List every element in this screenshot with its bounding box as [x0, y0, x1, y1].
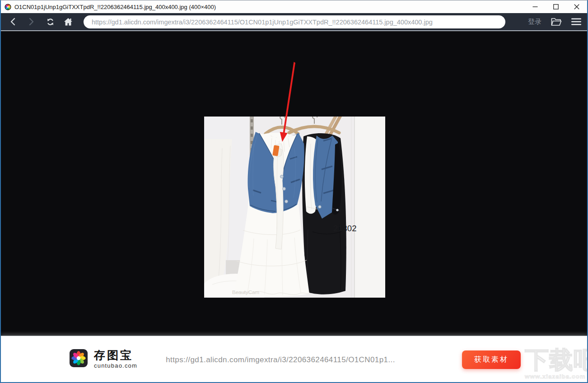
close-button[interactable] — [566, 0, 587, 13]
brand-logo-icon — [70, 349, 88, 369]
navigation-bar: https://gd1.alicdn.com/imgextra/i3/22063… — [1, 13, 587, 31]
back-icon — [9, 18, 17, 26]
minimize-icon — [532, 4, 538, 9]
window-controls — [525, 0, 587, 13]
menu-icon — [571, 18, 581, 25]
login-link[interactable]: 登录 — [528, 18, 541, 26]
maximize-button[interactable] — [546, 0, 566, 13]
address-url-text: https://gd1.alicdn.com/imgextra/i3/22063… — [92, 19, 433, 26]
back-button[interactable] — [6, 13, 20, 30]
nav-right-cluster: 登录 — [528, 13, 581, 30]
photo-watermark: BeautyCam — [232, 290, 259, 295]
menu-button[interactable] — [571, 18, 581, 25]
title-bar: O1CN01p1jUnp1gGiTXXTpdR_!!2206362464115.… — [1, 0, 587, 13]
browser-window: O1CN01p1jUnp1gGiTXXTpdR_!!2206362464115.… — [0, 0, 588, 383]
photo-code-label: 21302 — [333, 224, 356, 233]
maximize-icon — [553, 4, 559, 9]
home-button[interactable] — [61, 13, 75, 30]
refresh-button[interactable] — [43, 13, 57, 30]
home-icon — [64, 18, 73, 26]
minimize-button[interactable] — [525, 0, 546, 13]
annotation-arrow-icon — [274, 58, 301, 146]
footer-bar: 存图宝 cuntubao.com https://gd1.alicdn.com/… — [1, 336, 587, 382]
app-icon — [5, 4, 11, 10]
close-icon — [574, 4, 579, 9]
address-bar[interactable]: https://gd1.alicdn.com/imgextra/i3/22063… — [84, 15, 505, 28]
page-content: 21302 BeautyCam — [1, 32, 587, 337]
site-watermark: 下载吧 www.xiazaiba.com — [525, 348, 587, 380]
forward-icon — [28, 18, 35, 26]
site-watermark-url: www.xiazaiba.com — [525, 374, 587, 380]
folder-button[interactable] — [551, 18, 562, 26]
footer-url-text: https://gd1.alicdn.com/imgextra/i3/22063… — [109, 355, 452, 364]
window-title: O1CN01p1jUnp1gGiTXXTpdR_!!2206362464115.… — [14, 4, 216, 10]
get-material-button[interactable]: 获取素材 — [462, 350, 521, 369]
forward-button[interactable] — [24, 13, 38, 30]
refresh-icon — [46, 18, 55, 26]
site-watermark-title: 下载吧 — [525, 348, 587, 372]
folder-icon — [551, 18, 562, 26]
